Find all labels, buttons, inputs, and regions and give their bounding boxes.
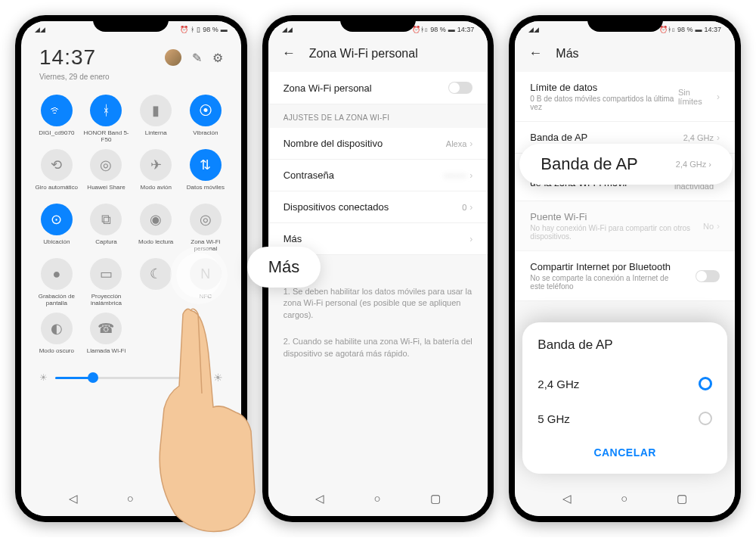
brightness-high-icon: ☀	[213, 372, 223, 384]
qs-label: Giro automático	[36, 184, 78, 197]
nav-home[interactable]: ○	[127, 492, 134, 505]
qs-label: Grabación de pantalla	[33, 293, 80, 306]
back-icon[interactable]: ←	[282, 45, 296, 61]
toggle-switch[interactable]	[448, 82, 472, 94]
nav-home[interactable]: ○	[621, 492, 627, 505]
row-value: 2,4 GHz	[683, 133, 714, 142]
phone-quicksettings: ◢◢ ⏰ ᚼ ▯ 98 % ▬ 14:37 ✎ ⚙ Viernes, 29 de…	[15, 15, 247, 522]
toggle-label: Zona Wi-Fi personal	[284, 82, 372, 94]
qs-header: 14:37 ✎ ⚙	[21, 35, 241, 73]
row-value: Sin límites	[678, 88, 714, 106]
password-row[interactable]: Contraseña ••••••••›	[268, 160, 488, 191]
navbar: ◁ ○ ▢	[21, 481, 241, 516]
option-5ghz[interactable]: 5 GHz	[538, 401, 712, 436]
share-icon[interactable]: ◎	[90, 149, 122, 181]
wificall-icon[interactable]: ☎	[90, 313, 122, 344]
nav-recent[interactable]: ▢	[430, 492, 441, 505]
qs-label: Modo lectura	[138, 238, 173, 252]
qs-tile-location[interactable]: ⊙Ubicación	[33, 204, 80, 252]
qs-tile-airplane[interactable]: ✈Modo avión	[132, 149, 179, 197]
avatar[interactable]	[165, 49, 181, 66]
qs-tile-wifi[interactable]: ᯤDIGI_cd9070	[33, 95, 80, 143]
nav-back[interactable]: ◁	[562, 492, 572, 505]
notch	[93, 15, 169, 32]
record-icon[interactable]: ●	[41, 258, 73, 290]
cast-icon[interactable]: ▭	[90, 258, 122, 290]
eye-icon[interactable]: ◉	[140, 204, 172, 235]
rotate-icon[interactable]: ⟲	[41, 149, 73, 181]
battery-text: 98 %	[203, 26, 218, 33]
callout-value: 2,4 GHz	[676, 160, 706, 169]
qs-tile-bluetooth[interactable]: ᚼHONOR Band 5-F50	[83, 95, 130, 143]
back-icon[interactable]: ←	[528, 45, 542, 61]
flashlight-icon[interactable]: ▮	[140, 95, 172, 126]
qs-label: Datos móviles	[187, 184, 225, 197]
data-icon[interactable]: ⇅	[190, 149, 222, 181]
location-icon[interactable]: ⊙	[41, 204, 73, 235]
row-label: Banda de AP	[530, 132, 587, 143]
device-name-row[interactable]: Nombre del dispositivo Alexa›	[268, 128, 488, 160]
dialog-title: Banda de AP	[538, 337, 712, 353]
battery-text: 98 %	[430, 26, 446, 33]
callout-banda: Banda de AP 2,4 GHz ›	[519, 144, 733, 185]
qs-tile-cast[interactable]: ▭Proyección inalámbrica	[83, 258, 130, 306]
qs-tile-capture[interactable]: ⧉Captura	[83, 204, 130, 252]
qs-tile-record[interactable]: ●Grabación de pantalla	[33, 258, 80, 306]
hotspot-toggle-row[interactable]: Zona Wi-Fi personal	[268, 72, 488, 104]
alarm-icon: ⏰ᚼ▯	[412, 26, 428, 33]
signal-icon: ◢◢	[35, 26, 45, 33]
wifi-icon[interactable]: ᯤ	[41, 95, 73, 126]
page-title: Zona Wi-Fi personal	[309, 47, 418, 61]
settings-header: ← Zona Wi-Fi personal	[268, 35, 488, 72]
airplane-icon[interactable]: ✈	[140, 149, 172, 181]
datalimit-row[interactable]: Límite de datos 0 B de datos móviles com…	[515, 72, 735, 122]
row-label: Dispositivos conectados	[284, 201, 389, 213]
battery-icon: ▬	[695, 26, 702, 33]
qs-tile-dark[interactable]: ◐Modo oscuro	[33, 313, 80, 361]
qs-tile-flashlight[interactable]: ▮Linterna	[132, 95, 179, 143]
nav-recent[interactable]: ▢	[183, 492, 194, 505]
qs-tile-data[interactable]: ⇅Datos móviles	[182, 149, 229, 197]
qs-tile-vibrate[interactable]: ⦿Vibración	[182, 95, 229, 143]
notch	[340, 15, 416, 32]
section-header: AJUSTES DE LA ZONA WI-FI	[268, 104, 488, 128]
nav-recent[interactable]: ▢	[677, 492, 687, 505]
nav-back[interactable]: ◁	[315, 492, 324, 505]
connected-devices-row[interactable]: Dispositivos conectados 0›	[268, 191, 488, 223]
notch	[587, 15, 663, 32]
row-label: Límite de datos	[530, 82, 678, 93]
bt-status-icon: ᚼ	[191, 26, 194, 33]
qs-grid: ᯤDIGI_cd9070ᚼHONOR Band 5-F50▮Linterna⦿V…	[21, 92, 241, 364]
nav-back[interactable]: ◁	[69, 492, 78, 505]
gear-icon[interactable]: ⚙	[212, 51, 223, 65]
radio-checked-icon[interactable]	[699, 377, 712, 390]
qs-label: Modo oscuro	[39, 347, 74, 361]
bridge-row: Puente Wi-Fi No hay conexión Wi-Fi para …	[515, 201, 735, 251]
dark-icon[interactable]: ◐	[41, 313, 73, 344]
capture-icon[interactable]: ⧉	[90, 204, 122, 235]
qs-tile-rotate[interactable]: ⟲Giro automático	[33, 149, 80, 197]
nav-home[interactable]: ○	[373, 492, 380, 505]
qs-tile-hotspot[interactable]: ◎Zona Wi-Fi personal	[182, 204, 229, 252]
brightness-slider[interactable]: ☀ ☀	[21, 364, 241, 391]
vibrate-icon[interactable]: ⦿	[190, 95, 222, 126]
qs-tile-wificall[interactable]: ☎Llamada Wi-Fi	[83, 313, 130, 361]
row-value: 0	[462, 203, 466, 212]
hotspot-icon[interactable]: ◎	[190, 204, 222, 235]
signal-icon: ◢◢	[528, 26, 539, 33]
bluetooth-icon[interactable]: ᚼ	[90, 95, 122, 126]
cancel-button[interactable]: CANCELAR	[538, 436, 712, 459]
moon-icon[interactable]: ☾	[140, 258, 172, 290]
edit-icon[interactable]: ✎	[192, 51, 202, 65]
qs-label: Modo avión	[140, 184, 171, 197]
option-24ghz[interactable]: 2,4 GHz	[538, 366, 712, 401]
qs-tile-share[interactable]: ◎Huawei Share	[83, 149, 130, 197]
bt-share-row[interactable]: Compartir Internet por Bluetooth No se c…	[515, 251, 735, 301]
vibrate-status-icon: ▯	[197, 26, 200, 33]
qs-tile-moon[interactable]: ☾	[132, 258, 179, 306]
toggle-switch[interactable]	[696, 270, 720, 282]
qs-label: Proyección inalámbrica	[83, 293, 130, 306]
qs-label: Linterna	[145, 129, 167, 143]
qs-tile-eye[interactable]: ◉Modo lectura	[132, 204, 179, 252]
radio-unchecked-icon[interactable]	[699, 412, 712, 425]
